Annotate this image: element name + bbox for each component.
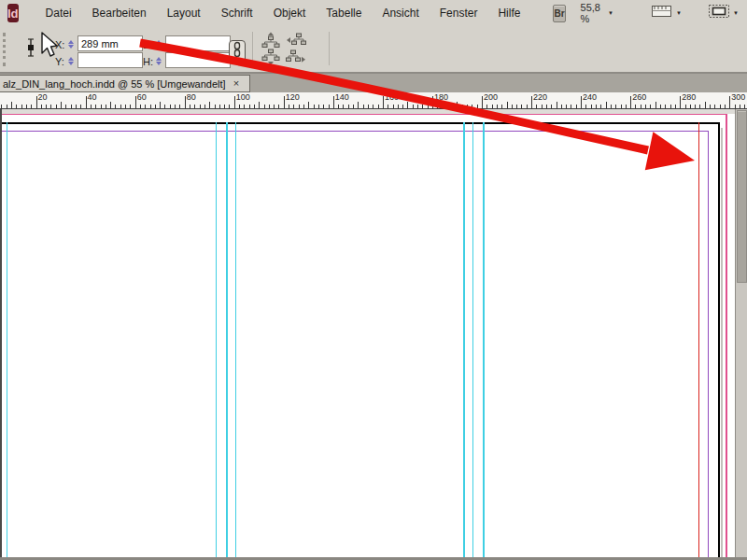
select-previous-object-button[interactable]: [286, 34, 306, 49]
menu-item-ansicht[interactable]: Ansicht: [372, 0, 429, 26]
ruler-tick: [145, 105, 146, 108]
ruler-tick: [16, 105, 17, 108]
stepper-up-icon[interactable]: [68, 57, 74, 61]
menu-item-hilfe[interactable]: Hilfe: [487, 0, 530, 26]
ruler-tick: [209, 102, 210, 108]
column-guide[interactable]: [235, 122, 237, 557]
document-canvas[interactable]: [0, 109, 747, 560]
ruler-tick: [323, 105, 324, 108]
ruler-guide-red[interactable]: [698, 122, 700, 557]
menu-item-datei[interactable]: Datei: [35, 0, 82, 26]
ruler-tick: [278, 105, 279, 108]
constrain-proportions-button[interactable]: [229, 40, 246, 63]
bridge-button[interactable]: Br: [553, 5, 565, 22]
select-content-button[interactable]: [261, 50, 281, 66]
indesign-logo-icon: Id: [7, 4, 19, 22]
x-coordinate-input[interactable]: [78, 35, 143, 51]
chevron-down-icon[interactable]: ▼: [608, 10, 613, 16]
ruler-tick: [407, 102, 408, 108]
ruler-tick: [740, 105, 740, 108]
height-stepper[interactable]: [154, 53, 162, 69]
ruler-tick: [110, 102, 111, 108]
select-next-object-button[interactable]: [286, 50, 306, 66]
column-guide[interactable]: [483, 122, 485, 557]
y-stepper[interactable]: [66, 53, 75, 69]
stepper-down-icon[interactable]: [68, 45, 74, 49]
ruler-tick: [353, 105, 354, 108]
ruler-tick: [239, 105, 240, 108]
ruler-tick: [428, 105, 429, 108]
width-stepper[interactable]: [154, 36, 162, 52]
y-coordinate-input[interactable]: [78, 52, 143, 68]
ruler-tick: [274, 105, 275, 108]
select-container-button[interactable]: [261, 34, 281, 49]
menu-item-bearbeiten[interactable]: Bearbeiten: [82, 0, 157, 26]
ruler-tick: [600, 105, 601, 108]
chevron-down-icon[interactable]: ▼: [676, 10, 682, 16]
ruler-tick: [329, 105, 330, 108]
menu-item-objekt[interactable]: Objekt: [263, 0, 317, 26]
ruler-tick: [497, 105, 498, 108]
ruler-tick: [729, 96, 730, 108]
menu-item-fenster[interactable]: Fenster: [430, 0, 488, 26]
ruler-tick: [229, 105, 230, 108]
reference-point-proxy-icon[interactable]: [24, 36, 37, 63]
ruler-tick: [194, 105, 195, 108]
ruler-tick: [512, 105, 513, 108]
ruler-tick: [482, 96, 483, 108]
ruler-tick: [36, 96, 37, 108]
menu-item-schrift[interactable]: Schrift: [211, 0, 263, 26]
ruler-tick: [46, 105, 47, 108]
ruler-tick: [561, 105, 562, 108]
menu-item-layout[interactable]: Layout: [157, 0, 211, 26]
width-input[interactable]: [165, 35, 231, 51]
document-tab[interactable]: alz_DIN_lang_hoch.indd @ 55 % [Umgewande…: [0, 75, 250, 92]
ruler-tick: [293, 105, 294, 108]
ruler-tick: [675, 105, 676, 108]
close-icon[interactable]: ×: [233, 78, 239, 89]
ruler-tick: [388, 105, 388, 108]
panel-grip-handle[interactable]: [3, 33, 6, 66]
horizontal-ruler[interactable]: 2040608010012014016018020022024026028030…: [0, 92, 747, 109]
vertical-scrollbar[interactable]: [735, 109, 747, 557]
scrollbar-thumb[interactable]: [737, 110, 747, 283]
height-input[interactable]: [165, 52, 231, 68]
stepper-up-icon[interactable]: [156, 40, 162, 44]
y-field-label: Y:: [55, 56, 64, 67]
select-content-down-icon: [261, 49, 281, 69]
ruler-tick: [685, 105, 686, 108]
ruler-tick: [200, 105, 201, 108]
column-guide[interactable]: [216, 122, 218, 557]
column-guide[interactable]: [7, 122, 8, 557]
ruler-tick: [398, 105, 399, 108]
ruler-tick: [635, 105, 636, 108]
ruler-tick-label: 280: [682, 92, 696, 102]
ruler-tick-label: 300: [731, 92, 745, 102]
ruler-tick: [91, 105, 92, 108]
ruler-tick: [596, 105, 597, 108]
ruler-tick: [457, 102, 458, 108]
ruler-tick: [645, 105, 646, 108]
ruler-tick: [690, 105, 691, 108]
stepper-down-icon[interactable]: [156, 45, 162, 49]
view-options-dropdown[interactable]: ▼: [651, 3, 682, 23]
ruler-tick: [660, 105, 661, 108]
column-guide[interactable]: [472, 122, 474, 557]
stepper-down-icon[interactable]: [68, 62, 74, 65]
ruler-tick: [338, 105, 339, 108]
ruler-tick: [621, 105, 622, 108]
chevron-down-icon[interactable]: ▼: [733, 10, 739, 16]
stepper-up-icon[interactable]: [68, 40, 74, 44]
menu-item-tabelle[interactable]: Tabelle: [316, 0, 372, 26]
ruler-tick: [314, 105, 315, 108]
column-guide[interactable]: [463, 122, 465, 557]
column-guide[interactable]: [226, 122, 228, 557]
x-stepper[interactable]: [66, 36, 75, 52]
stepper-down-icon[interactable]: [156, 62, 162, 65]
screen-mode-dropdown[interactable]: ▼: [708, 3, 739, 23]
zoom-level-control[interactable]: 55,8 % ▼: [581, 2, 613, 24]
ruler-tick: [333, 96, 334, 108]
stepper-up-icon[interactable]: [156, 57, 162, 61]
ruler-tick: [249, 105, 250, 108]
ruler-tick-label: 180: [434, 92, 448, 102]
